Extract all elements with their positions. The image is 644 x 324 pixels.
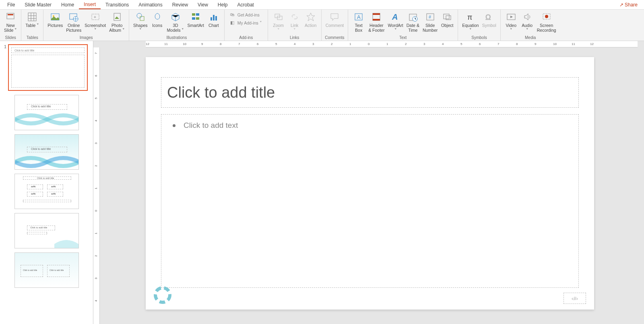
ribbon: New Slide ˅ Slides Table ˅ Tables Pictur… — [0, 10, 644, 41]
tab-transitions[interactable]: Transitions — [101, 1, 134, 9]
my-addins-button[interactable]: ◧My Add-ins ˅ — [229, 19, 264, 27]
horizontal-ruler: 1211109876543210123456789101112 — [146, 41, 638, 47]
tab-acrobat[interactable]: Acrobat — [233, 1, 259, 9]
new-slide-button[interactable]: New Slide ˅ — [2, 10, 19, 33]
tab-home[interactable]: Home — [56, 1, 79, 9]
page-number-placeholder[interactable]: ‹#› — [564, 293, 586, 304]
thumbnail-5[interactable]: Click to add title — [14, 213, 79, 248]
group-symbols: πEquation ˅ ΩSymbol Symbols — [458, 10, 500, 41]
symbol-button[interactable]: ΩSymbol — [481, 10, 498, 29]
pictures-label: Pictures — [47, 23, 63, 28]
date-time-icon — [407, 11, 419, 23]
icons-icon — [152, 11, 163, 23]
thumbnail-1[interactable]: Click to add title — [8, 44, 88, 91]
wordart-button[interactable]: AWordArt ˅ — [386, 10, 405, 33]
comment-icon — [329, 11, 340, 23]
thumb-1-title: Click to add title — [14, 49, 34, 52]
tab-help[interactable]: Help — [213, 1, 233, 9]
text-box-button[interactable]: AText Box — [351, 10, 367, 33]
thumbnail-4[interactable]: Click to add title xx% xx% xx% xx% — [14, 174, 79, 209]
equation-button[interactable]: πEquation ˅ — [460, 10, 480, 33]
svg-text:+: + — [94, 15, 96, 19]
group-illustrations: Shapes ˅ Icons 3D Models ˅ SmartArt Char… — [129, 10, 225, 41]
tab-insert[interactable]: Insert — [79, 0, 101, 9]
page-number-text: ‹#› — [572, 295, 578, 301]
screenshot-button[interactable]: + Screenshot ˅ — [83, 10, 107, 33]
title-placeholder[interactable]: Click to add title — [161, 77, 579, 108]
3d-models-button[interactable]: 3D Models ˅ — [165, 10, 186, 33]
screen-recording-icon — [541, 11, 552, 23]
thumb-6-title-a: Click to add title — [23, 269, 37, 271]
object-icon — [442, 11, 453, 23]
comment-button[interactable]: Comment — [324, 10, 346, 29]
store-icon: 🛍 — [230, 12, 236, 18]
shapes-button[interactable]: Shapes ˅ — [132, 10, 149, 33]
date-time-button[interactable]: Date & Time — [405, 10, 421, 33]
svg-rect-28 — [373, 13, 380, 15]
canvas-area: 765432101234 121110987654321012345678910… — [93, 41, 644, 324]
audio-label: Audio ˅ — [522, 23, 533, 33]
video-button[interactable]: Video ˅ — [503, 10, 519, 33]
group-media-label: Media — [525, 35, 536, 41]
wordart-icon: A — [390, 11, 401, 23]
get-addins-button[interactable]: 🛍Get Add-ins — [229, 11, 264, 18]
svg-rect-18 — [192, 17, 195, 20]
thumb-6-title-b: Click to add title — [50, 269, 64, 271]
group-comments-label: Comments — [325, 35, 344, 41]
svg-rect-16 — [192, 13, 195, 16]
tab-animations[interactable]: Animations — [134, 1, 167, 9]
thumb-4-cell: xx% — [31, 193, 35, 195]
video-label: Video ˅ — [506, 23, 516, 33]
thumb-number-1: 1 — [2, 44, 8, 91]
table-button[interactable]: Table ˅ — [24, 10, 41, 29]
smartart-icon — [190, 11, 201, 23]
svg-rect-17 — [196, 13, 199, 16]
pictures-button[interactable]: Pictures — [46, 10, 64, 29]
3d-models-icon — [170, 11, 181, 23]
action-button[interactable]: Action — [303, 10, 319, 29]
addins-icon: ◧ — [230, 20, 236, 26]
share-button[interactable]: ↗ Share — [615, 1, 642, 9]
thumbnail-6[interactable]: Click to add title Click to add title — [14, 252, 79, 288]
zoom-button[interactable]: Zoom ˅ — [270, 10, 287, 33]
tab-review[interactable]: Review — [167, 1, 193, 9]
link-button[interactable]: Link ˅ — [287, 10, 303, 33]
body-placeholder[interactable]: Click to add text — [161, 114, 579, 288]
photo-album-button[interactable]: Photo Album ˅ — [107, 10, 126, 33]
group-comments: Comment Comments — [322, 10, 349, 41]
table-label: Table ˅ — [25, 23, 39, 28]
thumbnail-2[interactable]: Click to add title — [14, 95, 79, 130]
online-pictures-icon — [68, 11, 79, 23]
tab-slide-master[interactable]: Slide Master — [20, 1, 56, 9]
slide-canvas[interactable]: Click to add title Click to add text ‹#› — [146, 57, 594, 310]
svg-rect-20 — [211, 17, 212, 21]
header-footer-button[interactable]: Header & Footer — [367, 10, 386, 33]
thumbnail-3[interactable]: Click to add title — [14, 134, 79, 170]
group-tables-label: Tables — [27, 35, 38, 41]
tab-view[interactable]: View — [193, 1, 213, 9]
object-button[interactable]: Object — [439, 10, 455, 29]
group-slides: New Slide ˅ Slides — [0, 10, 21, 41]
link-label: Link ˅ — [291, 23, 298, 33]
audio-button[interactable]: Audio ˅ — [519, 10, 535, 33]
3d-models-label: 3D Models ˅ — [167, 23, 184, 33]
group-tables: Table ˅ Tables — [21, 10, 43, 41]
slide-number-button[interactable]: #Slide Number — [421, 10, 439, 33]
action-icon — [305, 11, 316, 23]
chart-button[interactable]: Chart — [206, 10, 222, 29]
slide-number-icon: # — [425, 11, 436, 23]
date-time-label: Date & Time — [407, 23, 419, 33]
icons-label: Icons — [152, 23, 162, 28]
screen-recording-button[interactable]: Screen Recording — [535, 10, 558, 33]
icons-button[interactable]: Icons — [149, 10, 165, 29]
smartart-button[interactable]: SmartArt — [186, 10, 205, 29]
action-label: Action — [305, 23, 316, 28]
group-text: AText Box Header & Footer AWordArt ˅ Dat… — [348, 10, 458, 41]
audio-icon — [522, 11, 533, 23]
chart-label: Chart — [208, 23, 219, 28]
shapes-icon — [135, 11, 146, 23]
tab-file[interactable]: File — [2, 1, 20, 9]
svg-point-41 — [545, 15, 548, 18]
online-pictures-button[interactable]: Online Pictures — [64, 10, 83, 33]
chart-icon — [208, 11, 219, 23]
